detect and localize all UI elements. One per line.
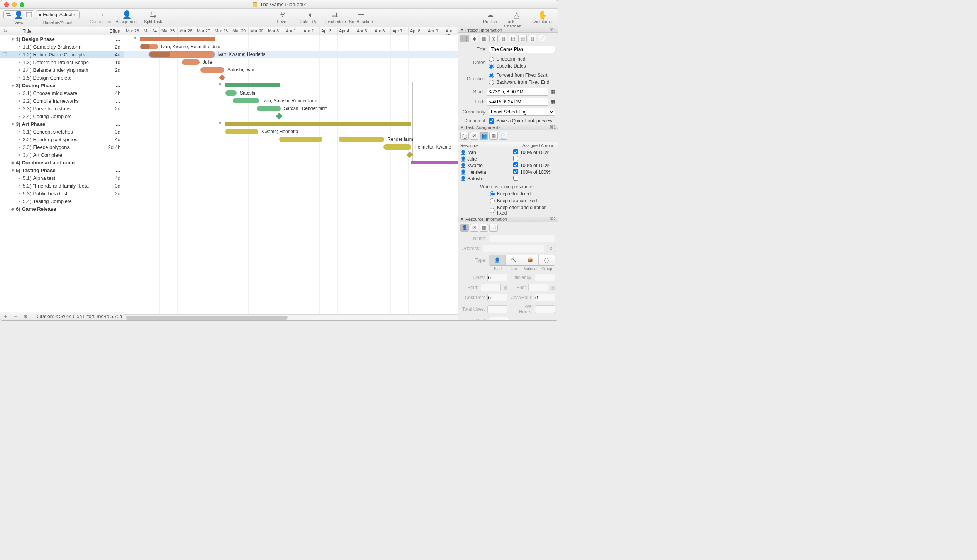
- project-tab-custom[interactable]: ▦: [518, 35, 527, 42]
- type-group[interactable]: { }: [539, 255, 555, 265]
- gantt-summary-bar[interactable]: [225, 122, 411, 126]
- direction-backward-radio[interactable]: [489, 80, 494, 85]
- gantt-summary-bar[interactable]: [225, 83, 280, 87]
- effort-column-header[interactable]: Effort: [104, 29, 124, 34]
- outline-row[interactable]: ☐•1.2)Refine Game Concepts4d: [0, 51, 124, 58]
- resource-tab-sched[interactable]: ⚄: [470, 224, 478, 232]
- flag-column-icon[interactable]: ⚐: [0, 29, 10, 34]
- project-tab-milestones[interactable]: ◆: [470, 35, 478, 42]
- assignment-row[interactable]: 👤Julie: [458, 156, 558, 162]
- keep-effort-radio[interactable]: [490, 191, 495, 196]
- type-material[interactable]: 📦: [522, 255, 539, 265]
- view-calendar-button[interactable]: [24, 11, 34, 19]
- outline-row[interactable]: ◆4)Combine art and code…: [0, 159, 124, 166]
- keep-duration-radio[interactable]: [490, 198, 495, 203]
- outline-row[interactable]: •2.1)Choose middleware4h: [0, 89, 124, 97]
- units-input[interactable]: [487, 274, 507, 281]
- action-menu-button[interactable]: ✻: [20, 313, 31, 320]
- inspector-task-header[interactable]: ▼ Task: Assignments ⌘1: [458, 125, 558, 130]
- title-column-header[interactable]: Title: [10, 29, 104, 34]
- view-resource-button[interactable]: 👤: [14, 11, 24, 19]
- assignment-row[interactable]: 👤Henrietta100% of 100%: [458, 169, 558, 175]
- project-tab-colors[interactable]: ◎: [489, 35, 498, 42]
- level-button[interactable]: ⅟ Level: [270, 10, 295, 24]
- gantt-task-bar[interactable]: [233, 98, 259, 103]
- track-changes-button[interactable]: △ Track Changes: [504, 10, 529, 29]
- totalhours-input[interactable]: [535, 305, 555, 313]
- gantt-task-bar[interactable]: [149, 52, 214, 57]
- dates-undetermined-radio[interactable]: [489, 57, 494, 62]
- outline-row[interactable]: •1.5)Design Complete: [0, 74, 124, 81]
- task-tab-info[interactable]: ◯: [460, 132, 469, 140]
- outline-row[interactable]: ▼2)Coding Phase…: [0, 81, 124, 89]
- outline-row[interactable]: ▼3)Art Phase…: [0, 120, 124, 128]
- project-tab-styles[interactable]: ▤: [509, 35, 517, 42]
- catch-up-button[interactable]: ⇥ Catch Up: [296, 10, 321, 24]
- gantt-task-bar[interactable]: [225, 90, 237, 96]
- assignment-row[interactable]: 👤Ivan100% of 100%: [458, 149, 558, 156]
- gantt-task-bar[interactable]: [339, 137, 384, 142]
- dates-specific-radio[interactable]: [489, 64, 494, 69]
- gantt-task-bar[interactable]: [182, 59, 200, 65]
- violations-button[interactable]: ✋ Violations: [530, 10, 555, 24]
- outline-row[interactable]: •5.2)"Friends and family" beta3d: [0, 182, 124, 189]
- outline-row[interactable]: ▼1)Design Phase…: [0, 35, 124, 43]
- gantt-summary-bar[interactable]: [411, 161, 458, 164]
- outline-row[interactable]: •3.3)Fleece polygons2d 4h: [0, 143, 124, 151]
- outline-row[interactable]: •1.1)Gameplay Brainstorm2d: [0, 43, 124, 51]
- assignment-row[interactable]: 👤Satoshi: [458, 175, 558, 182]
- task-tab-note[interactable]: 📄: [499, 132, 507, 140]
- assignment-button[interactable]: 👤 Assignment: [114, 10, 139, 24]
- gantt-body[interactable]: ▼Ivan; Kwame; Henrietta; JulieIvan; Kwam…: [124, 35, 458, 314]
- gantt-task-bar[interactable]: [279, 137, 322, 142]
- project-start-input[interactable]: [487, 88, 548, 96]
- outline-row[interactable]: •5.1)Alpha test4d: [0, 174, 124, 182]
- project-tab-format[interactable]: ▦: [499, 35, 507, 42]
- outline-row[interactable]: ◆6)Game Release: [0, 205, 124, 213]
- gantt-task-bar[interactable]: [383, 144, 411, 150]
- efficiency-input[interactable]: [535, 274, 555, 281]
- outline-row[interactable]: •2.3)Parse framistans2d: [0, 105, 124, 112]
- resource-tab-info[interactable]: 👤: [460, 224, 469, 232]
- totalcost-input[interactable]: [489, 317, 509, 320]
- keep-both-radio[interactable]: [490, 208, 495, 213]
- task-tab-dep[interactable]: ▦: [489, 132, 498, 140]
- resource-type-segment[interactable]: 👤 🔨 📦 { }: [489, 255, 555, 266]
- gantt-task-bar[interactable]: [225, 129, 258, 134]
- type-tool[interactable]: 🔨: [506, 255, 522, 265]
- direction-forward-radio[interactable]: [489, 73, 494, 78]
- gantt-task-bar[interactable]: [200, 67, 224, 73]
- assignment-row[interactable]: 👤Kwame100% of 100%: [458, 162, 558, 169]
- publish-button[interactable]: ☁ Publish: [478, 10, 502, 24]
- gantt-summary-bar[interactable]: [140, 37, 215, 41]
- resource-tab-note[interactable]: 📄: [489, 224, 498, 232]
- res-start-input[interactable]: [481, 284, 501, 291]
- outline-body[interactable]: ▼1)Design Phase…•1.1)Gameplay Brainstorm…: [0, 35, 124, 312]
- project-end-input[interactable]: [487, 98, 548, 106]
- project-tab-attach[interactable]: ▥: [528, 35, 536, 42]
- res-end-input[interactable]: [528, 284, 548, 291]
- gantt-horizontal-scrollbar[interactable]: [124, 314, 458, 320]
- view-gantt-button[interactable]: [4, 11, 14, 19]
- project-tab-note[interactable]: 📄: [538, 35, 546, 42]
- gantt-timeline-header[interactable]: Mar 23Mar 24Mar 25Mar 26Mar 27Mar 28Mar …: [124, 27, 458, 35]
- project-tab-info[interactable]: ◯: [460, 35, 469, 42]
- outline-row[interactable]: •5.4)Testing Complete: [0, 197, 124, 205]
- costuse-input[interactable]: [487, 294, 507, 301]
- gantt-task-bar[interactable]: [140, 44, 158, 49]
- resource-name-input[interactable]: [489, 235, 555, 242]
- project-tab-wbs[interactable]: ▥: [480, 35, 488, 42]
- resource-address-input[interactable]: [483, 245, 544, 252]
- outline-row[interactable]: •1.3)Determine Project Scope1d: [0, 58, 124, 66]
- totaluses-input[interactable]: [487, 305, 507, 313]
- type-staff[interactable]: 👤: [489, 255, 506, 265]
- project-title-input[interactable]: [489, 46, 555, 53]
- task-tab-sched[interactable]: ⚄: [470, 132, 478, 140]
- quicklook-checkbox[interactable]: [489, 118, 494, 124]
- assign-checkbox[interactable]: [513, 176, 518, 181]
- split-task-button[interactable]: ⇆ Split Task: [141, 10, 165, 24]
- gantt-task-bar[interactable]: [257, 106, 281, 111]
- outline-row[interactable]: •2.2)Compile frameworks…: [0, 97, 124, 105]
- outline-row[interactable]: •3.4)Art Complete: [0, 151, 124, 159]
- outline-row[interactable]: •3.1)Concept sketches3d: [0, 128, 124, 135]
